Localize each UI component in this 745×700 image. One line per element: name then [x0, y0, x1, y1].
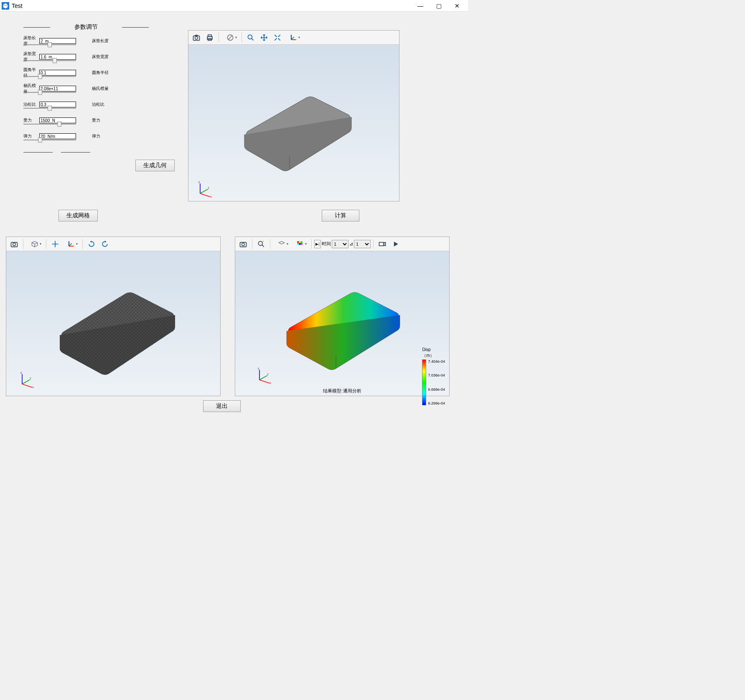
- svg-line-33: [262, 244, 264, 247]
- result-toolbar: ▶| 时间 1 ⊿ 1: [235, 237, 449, 251]
- svg-text:y: y: [208, 186, 209, 189]
- quick-zoom-icon[interactable]: [255, 238, 267, 250]
- param-panel: 参数调节 床垫长度 床垫长度 床垫宽度 床垫宽度 圆角半径 圆角半径 杨氏模量 …: [23, 23, 149, 142]
- axis-triad: z x y: [256, 367, 273, 383]
- no-symbol-icon[interactable]: [221, 32, 239, 43]
- time-controls: ▶| 时间 1 ⊿ 1: [314, 240, 371, 248]
- param-slider-width[interactable]: [23, 59, 76, 62]
- axis-orientation-icon[interactable]: [285, 32, 302, 43]
- axis-orientation-icon[interactable]: [62, 238, 80, 250]
- param-desc: 弹力: [92, 133, 100, 139]
- generate-mesh-button[interactable]: 生成网格: [58, 210, 98, 221]
- result-model: [265, 273, 420, 374]
- param-row-poisson: 泊松比 泊松比: [23, 99, 149, 110]
- generate-geometry-button[interactable]: 生成几何: [135, 160, 175, 171]
- param-slider-fillet[interactable]: [23, 75, 76, 78]
- legend-tick: 6.299e-04: [428, 401, 445, 405]
- time-select-1[interactable]: 1: [332, 240, 348, 248]
- window-controls: — ▢ ✕: [411, 0, 466, 11]
- svg-text:y: y: [30, 377, 31, 380]
- svg-rect-40: [379, 242, 384, 245]
- colormap-icon[interactable]: [291, 238, 309, 250]
- svg-text:x: x: [211, 195, 212, 198]
- mesh-viewport[interactable]: z x y: [6, 237, 221, 396]
- play-icon[interactable]: [389, 238, 402, 250]
- svg-rect-38: [299, 243, 301, 244]
- geometry-toolbar: [188, 31, 399, 45]
- snapshot-icon[interactable]: [8, 238, 20, 250]
- svg-line-26: [22, 384, 32, 387]
- pan-icon[interactable]: [258, 32, 270, 43]
- legend-unit: （m）: [422, 353, 445, 359]
- close-button[interactable]: ✕: [448, 0, 466, 11]
- rotate-cw-icon[interactable]: [85, 238, 98, 250]
- param-row-width: 床垫宽度 床垫宽度: [23, 51, 149, 63]
- svg-line-12: [291, 37, 294, 40]
- divider: [23, 152, 90, 153]
- time-select-2[interactable]: 1: [354, 240, 371, 248]
- param-desc: 杨氏模量: [92, 86, 109, 92]
- svg-rect-34: [297, 241, 299, 243]
- param-slider-poisson[interactable]: [23, 107, 76, 110]
- slash-label: ⊿: [349, 241, 353, 247]
- svg-rect-36: [301, 241, 303, 243]
- svg-line-15: [200, 193, 210, 197]
- svg-rect-35: [299, 241, 301, 243]
- svg-text:x: x: [270, 382, 272, 384]
- display-mode-icon[interactable]: [26, 238, 43, 250]
- titlebar: Test — ▢ ✕: [0, 0, 468, 12]
- svg-line-9: [252, 38, 254, 40]
- mesh-model: [34, 269, 193, 378]
- svg-line-7: [228, 36, 232, 40]
- legend-tick: 7.404e-04: [428, 359, 445, 364]
- param-row-force: 受力 受力: [23, 115, 149, 126]
- compute-button[interactable]: 计算: [322, 210, 359, 221]
- svg-text:z: z: [198, 181, 200, 183]
- svg-line-45: [259, 376, 267, 380]
- param-desc: 圆角半径: [92, 70, 109, 76]
- result-viewport[interactable]: ▶| 时间 1 ⊿ 1: [235, 237, 450, 396]
- mesh-toolbar: [6, 237, 220, 251]
- fit-view-icon[interactable]: [271, 32, 284, 43]
- pan-icon[interactable]: [49, 238, 61, 250]
- print-icon[interactable]: [203, 32, 216, 43]
- snapshot-icon[interactable]: [190, 32, 203, 43]
- result-caption: 结果模型:通用分析: [323, 388, 361, 394]
- svg-rect-39: [301, 243, 303, 244]
- svg-line-28: [22, 380, 30, 384]
- color-legend: Disp （m） 7.404e-04 7.036e-04 6.668e-04 6…: [422, 347, 445, 405]
- maximize-button[interactable]: ▢: [430, 0, 448, 11]
- app-icon: [2, 2, 9, 10]
- time-label: 时间: [322, 241, 331, 247]
- svg-line-43: [259, 380, 270, 383]
- param-slider-youngs[interactable]: [23, 91, 76, 94]
- param-heading: 参数调节: [23, 23, 149, 31]
- svg-point-31: [242, 243, 245, 246]
- svg-text:y: y: [267, 372, 269, 376]
- param-slider-length[interactable]: [23, 43, 76, 46]
- legend-bar: [422, 359, 426, 405]
- legend-title: Disp: [422, 347, 445, 352]
- display-mode-icon[interactable]: [273, 238, 290, 250]
- time-prev-button[interactable]: ▶|: [314, 240, 321, 248]
- video-icon[interactable]: [376, 238, 389, 250]
- geometry-model: [223, 73, 365, 173]
- param-desc: 床垫长度: [92, 38, 109, 44]
- param-slider-force[interactable]: [23, 122, 76, 126]
- zoom-window-icon[interactable]: [244, 32, 257, 43]
- snapshot-icon[interactable]: [237, 238, 249, 250]
- window-title: Test: [12, 3, 23, 9]
- param-slider-spring[interactable]: [23, 138, 76, 142]
- svg-line-23: [69, 243, 72, 246]
- geometry-viewport[interactable]: z x y: [188, 30, 399, 201]
- param-desc: 床垫宽度: [92, 54, 109, 60]
- rotate-ccw-icon[interactable]: [99, 238, 111, 250]
- exit-button[interactable]: 退出: [203, 400, 241, 412]
- svg-point-20: [13, 243, 16, 246]
- minimize-button[interactable]: —: [411, 0, 430, 11]
- param-desc: 受力: [92, 117, 100, 123]
- param-row-fillet: 圆角半径 圆角半径: [23, 67, 149, 79]
- svg-rect-2: [195, 35, 198, 36]
- axis-triad: z x y: [197, 180, 214, 197]
- param-row-spring: 弹力 弹力: [23, 130, 149, 142]
